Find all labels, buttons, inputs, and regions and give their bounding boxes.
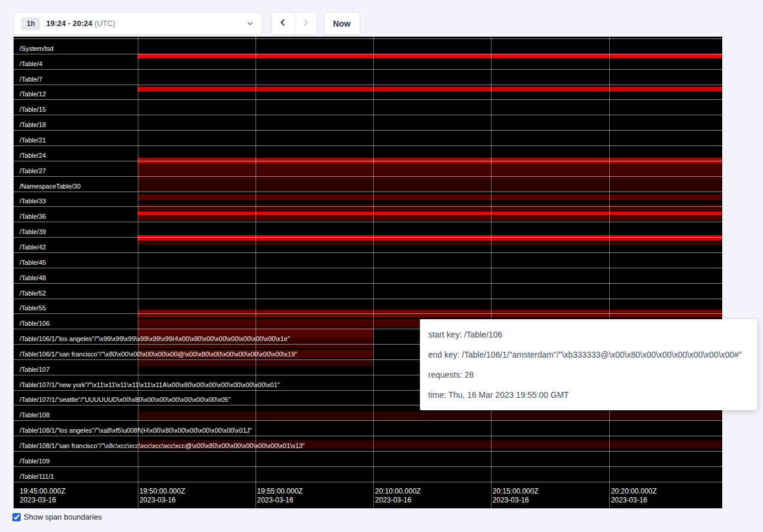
span-boundary-line: [14, 283, 722, 284]
time-gridline: [373, 37, 374, 508]
x-axis-tick-date: 2023-03-16: [493, 496, 538, 505]
show-span-boundaries-label: Show span boundaries: [24, 512, 102, 521]
span-boundary-line: [14, 313, 722, 314]
span-boundary-line: [14, 130, 722, 131]
span-key-label: /System/tsd: [20, 44, 53, 53]
span-boundary-line: [14, 69, 722, 70]
span-boundary-line: [14, 299, 722, 299]
x-axis-tick: 20:20:00.000Z2023-03-16: [609, 487, 657, 505]
heat-band: [138, 241, 722, 245]
show-span-boundaries-control[interactable]: Show span boundaries: [12, 512, 102, 521]
span-boundary-line: [14, 145, 722, 146]
x-axis-tick-time: 20:15:00.000Z: [493, 487, 538, 496]
time-gridline: [256, 37, 256, 508]
span-boundary-line: [14, 192, 722, 192]
x-axis-tick-time: 20:20:00.000Z: [611, 487, 657, 496]
span-boundary-line: [14, 206, 722, 207]
next-time-button[interactable]: [294, 12, 316, 34]
x-axis-tick-time: 20:10:00.000Z: [375, 487, 421, 496]
span-boundary-line: [14, 436, 722, 436]
span-boundary-line: [14, 268, 722, 268]
heat-band: [138, 215, 722, 220]
x-axis-tick-date: 2023-03-16: [375, 496, 421, 505]
span-boundary-line: [14, 222, 722, 222]
x-axis-tick: 19:45:00.000Z2023-03-16: [18, 487, 65, 505]
span-key-label: /Table/55: [20, 304, 46, 312]
heat-band: [138, 204, 722, 212]
heat-band: [138, 54, 722, 59]
span-key-label: /Table/52: [20, 289, 46, 297]
now-button[interactable]: Now: [324, 12, 360, 35]
span-boundary-line: [14, 482, 722, 482]
x-axis-tick-time: 19:45:00.000Z: [20, 487, 65, 496]
span-key-label: /Table/48: [20, 274, 46, 282]
x-axis-tick: 19:50:00.000Z2023-03-16: [138, 487, 185, 505]
x-axis-tick-date: 2023-03-16: [257, 496, 303, 505]
tooltip-requests: requests: 28: [428, 365, 749, 385]
span-key-label: /Table/4: [20, 60, 43, 68]
span-key-label: /Table/27: [20, 167, 46, 175]
chevron-left-icon: [278, 18, 287, 29]
span-key-label: /Table/106/1/"los angeles"/"\x99\x99\x99…: [20, 335, 290, 343]
span-key-label: /Table/21: [20, 136, 46, 144]
time-gridline: [609, 37, 610, 508]
key-visualizer-canvas[interactable]: /System/tsd/Table/4/Table/7/Table/12/Tab…: [14, 37, 722, 508]
heat-band: [138, 179, 722, 192]
span-boundary-line: [14, 237, 722, 238]
time-range-duration-badge: 1h: [21, 17, 40, 30]
time-range-timezone: (UTC): [95, 19, 115, 28]
tooltip-start-key: start key: /Table/106: [428, 325, 749, 345]
span-key-label: /Table/36: [20, 212, 46, 220]
span-boundary-line: [14, 420, 722, 421]
x-axis-tick: 20:10:00.000Z2023-03-16: [373, 487, 421, 505]
toolbar: 1h 19:24 - 20:24 (UTC) Now: [14, 12, 360, 35]
span-key-label: /Table/24: [20, 151, 46, 160]
x-axis-tick-date: 2023-03-16: [140, 496, 185, 505]
tooltip-end-key: end key: /Table/106/1/"amsterdam"/"\xb33…: [428, 345, 749, 365]
span-boundary-line: [14, 161, 722, 161]
heat-band: [138, 194, 722, 200]
hover-tooltip: start key: /Table/106 end key: /Table/10…: [420, 319, 757, 410]
span-key-label: /Table/108/1/"los angeles"/"\xa8\xf5\u00…: [20, 426, 252, 434]
span-key-label: /Table/12: [20, 90, 46, 98]
span-boundary-line: [14, 466, 722, 467]
show-span-boundaries-checkbox[interactable]: [12, 513, 21, 521]
span-boundary-line: [14, 38, 722, 39]
span-key-label: /Table/15: [20, 105, 46, 113]
x-axis-tick: 19:55:00.000Z2023-03-16: [256, 487, 303, 505]
time-gridline: [138, 37, 138, 508]
span-key-label: /Table/42: [20, 243, 46, 251]
heat-band: [138, 164, 722, 179]
x-axis-tick-date: 2023-03-16: [611, 496, 657, 505]
tooltip-time: time: Thu, 16 Mar 2023 19:55:00 GMT: [428, 385, 749, 405]
time-range-label: 19:24 - 20:24 (UTC): [46, 19, 115, 28]
time-range-value: 19:24 - 20:24: [46, 19, 92, 28]
span-key-label: /Table/106/1/"san francisco"/"\x80\x00\x…: [20, 350, 298, 358]
heat-band: [138, 87, 722, 92]
span-key-label: /Table/45: [20, 258, 46, 267]
span-key-label: /Table/107/1/"seattle"/"UUUUUUD\x00\x80\…: [20, 395, 231, 404]
span-key-label: /Table/108: [20, 411, 50, 419]
span-key-label: /Table/109: [20, 457, 50, 465]
span-boundary-line: [14, 54, 722, 54]
time-range-selector[interactable]: 1h 19:24 - 20:24 (UTC): [14, 12, 262, 35]
heat-band: [138, 235, 722, 241]
span-boundary-line: [14, 451, 722, 452]
x-axis-tick-time: 19:50:00.000Z: [140, 487, 185, 496]
time-gridline: [491, 37, 492, 508]
span-boundary-line: [14, 176, 722, 177]
span-key-label: /Table/107: [20, 365, 50, 374]
span-boundary-line: [14, 115, 722, 115]
span-key-label: /Table/39: [20, 228, 46, 236]
span-key-label: /Table/106: [20, 319, 50, 327]
span-key-label: /Table/18: [20, 121, 46, 129]
time-nav-group: [271, 12, 317, 35]
prev-time-button[interactable]: [271, 12, 294, 34]
chevron-down-icon: [246, 20, 254, 28]
heat-band: [138, 411, 722, 420]
x-axis-tick: 20:15:00.000Z2023-03-16: [491, 487, 538, 505]
chevron-right-icon: [301, 18, 311, 29]
x-axis-tick-date: 2023-03-16: [20, 496, 65, 505]
span-boundary-line: [14, 99, 722, 100]
span-key-label: /Table/7: [20, 75, 43, 83]
